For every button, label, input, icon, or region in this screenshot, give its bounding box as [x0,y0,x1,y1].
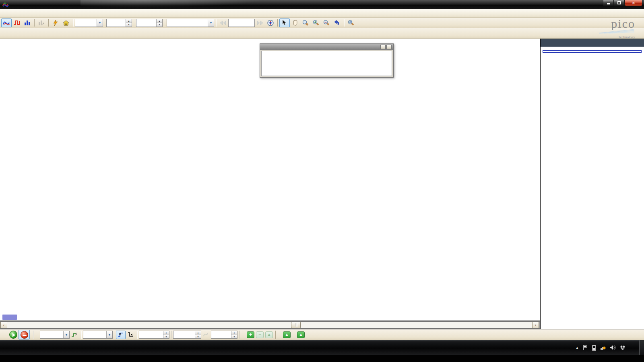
marquee-zoom-button[interactable] [300,19,311,27]
properties-capture-rows [541,54,644,56]
buffer-nav-field[interactable] [228,19,255,27]
cursor-arrow-icon [282,20,287,26]
persistence-view-button[interactable] [12,19,22,27]
battery-icon[interactable] [592,345,596,351]
compass-icon [267,20,274,26]
spinner-arrows-icon[interactable]: ▲▼ [126,19,132,27]
windows-taskbar [0,340,644,355]
chevron-down-icon: ▼ [106,331,112,338]
go-button[interactable] [9,331,17,339]
hidden-icons-chevron-icon[interactable]: ▲ [576,346,579,350]
spinner-arrows-icon: ▲▼ [231,331,237,338]
maximize-button[interactable] [614,0,625,6]
stop-button-frame [19,330,30,339]
delay-icon [203,332,209,337]
spinner-arrows-icon[interactable]: ▲▼ [156,19,162,27]
scope-view-button[interactable] [1,19,12,27]
undo-arrow-icon [334,20,340,26]
auto-setup-button[interactable] [50,19,61,27]
horizontal-scrollbar[interactable]: ‹ › [0,321,540,329]
properties-channel-box [543,50,642,53]
workspace: ‹ › [0,39,644,329]
scope-view[interactable]: ‹ › [0,39,540,321]
double-right-arrow-icon [257,21,263,25]
home-icon [63,20,69,26]
zoom-out-button[interactable] [321,19,332,27]
zoom-overview-body[interactable] [261,51,392,76]
zoom-overview-minimize-button[interactable] [380,45,386,49]
trigger-level-spinner[interactable]: ▲▼ [139,331,169,339]
zoom-overview-svg[interactable] [262,51,392,77]
properties-panel [541,39,644,329]
show-desktop-button[interactable] [639,340,644,355]
x-axis-footer [0,314,161,321]
post-trigger-toggle-button[interactable] [201,331,211,339]
hand-tool-button[interactable] [290,19,300,27]
spectrum-view-button[interactable] [22,19,33,27]
buffer-navigator-button[interactable] [265,19,276,27]
scroll-left-button[interactable]: ‹ [0,322,7,328]
pre-trigger-spinner[interactable]: ▲▼ [173,331,201,339]
volume-icon[interactable] [610,345,616,350]
samples-spinner[interactable]: ▲▼ [136,19,163,27]
system-tray: ▲ [572,340,632,355]
trigger-mode-select[interactable]: ▼ [40,331,70,339]
spinner-arrows-icon[interactable]: ▲▼ [195,331,201,338]
rising-edge-button[interactable] [116,331,126,339]
zoom-out-icon [323,20,330,26]
zoom-100-icon: 100 [348,20,354,26]
prev-buffer-button[interactable] [218,19,228,27]
app-icon [2,2,9,7]
scope-view-icon [3,20,10,26]
next-buffer-button[interactable] [255,19,265,27]
timebase-select[interactable]: ▼ [75,19,103,27]
svg-text:100: 100 [349,21,352,23]
add-view-button[interactable] [36,19,47,27]
resolution-select[interactable]: ▼ [167,19,214,27]
remove-measurement-button[interactable]: − [256,331,264,338]
advanced-trigger-button[interactable] [70,331,79,339]
logo-waves-icon [599,29,635,34]
square-wave-icon [14,20,20,25]
zoom-full-button[interactable]: 100 [346,19,356,27]
network-status-icon[interactable] [600,345,606,350]
pointer-tool-button[interactable] [279,19,290,27]
properties-general-rows [541,47,644,49]
main-chart-svg[interactable] [0,39,540,321]
stop-button[interactable] [21,331,28,339]
notes-panel-button[interactable]: ▴ [297,331,305,338]
spectrum-bars-icon [24,20,31,25]
scroll-right-button[interactable]: › [532,322,539,328]
undo-zoom-button[interactable] [332,19,342,27]
zoom-overview-titlebar[interactable] [260,44,393,50]
zoom-in-button[interactable] [311,19,321,27]
home-button[interactable] [61,19,71,27]
edit-measurement-button[interactable]: ▴ [265,331,273,338]
hand-icon [292,20,298,26]
dropbox-tray-icon[interactable] [620,345,625,350]
zoom-overview-close-button[interactable] [386,45,392,49]
chevron-down-icon: ▼ [97,19,103,27]
scrollbar-thumb[interactable] [291,322,301,328]
trigger-source-select[interactable]: ▼ [83,331,113,339]
action-center-flag-icon[interactable] [583,345,588,350]
double-left-arrow-icon [220,21,226,25]
add-view-icon [38,20,45,25]
chevron-down-icon: ▼ [63,331,69,338]
add-measurement-button[interactable]: + [247,331,254,338]
menu-bar [0,9,644,18]
zoom-factor-spinner[interactable]: ▲▼ [106,19,132,27]
spinner-arrows-icon[interactable]: ▲▼ [163,331,169,338]
minimize-button[interactable] [603,0,614,6]
channels-toolbar [0,28,644,39]
falling-edge-button[interactable] [126,331,135,339]
zoom-select-icon [302,20,309,26]
rulers-panel-button[interactable]: ▴ [283,331,291,338]
zoom-in-icon [313,20,319,26]
falling-edge-icon [128,332,134,337]
trigger-settings-icon [71,332,78,337]
close-button[interactable]: ✕ [625,0,642,6]
post-trigger-spinner[interactable]: ▲▼ [211,331,237,339]
zoom-overview-window[interactable] [260,43,394,78]
zoom-scale-badge[interactable] [2,315,17,320]
